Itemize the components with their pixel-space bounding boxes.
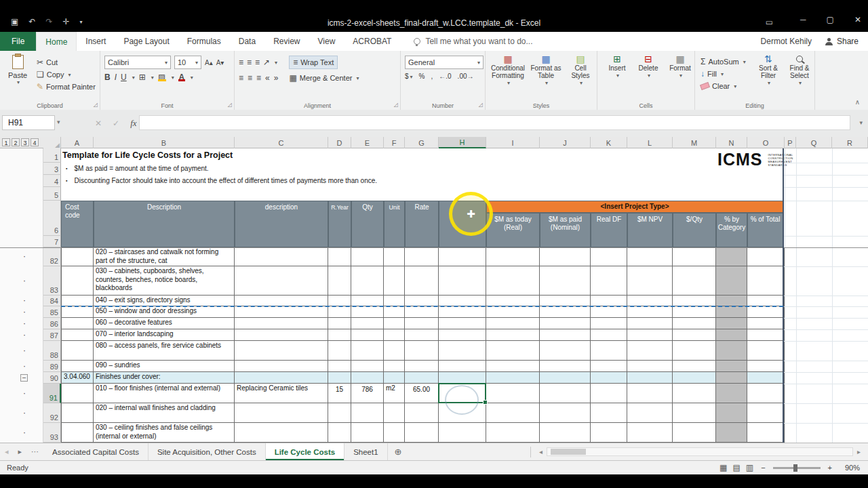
fill-dropdown-icon[interactable]: ▾	[721, 71, 724, 77]
header-cell-m-as-today[interactable]: $M as today (Real)	[486, 213, 540, 247]
cell-K92[interactable]	[591, 403, 627, 423]
number-dialog-launcher[interactable]: ◿	[479, 102, 483, 108]
font-name-dropdown-icon[interactable]: ▾	[165, 60, 167, 66]
cell-F87[interactable]	[384, 329, 405, 341]
cell-A83[interactable]	[61, 266, 94, 296]
paste-dropdown-icon[interactable]: ▾	[17, 79, 20, 85]
outline-level-4[interactable]: 4	[31, 138, 39, 146]
cell-C89[interactable]	[235, 361, 328, 372]
cell-M91[interactable]	[673, 384, 716, 403]
cut-button[interactable]: ✂ Cut	[37, 57, 58, 68]
cell-H88[interactable]	[439, 341, 486, 361]
column-header-M[interactable]: M	[673, 137, 716, 148]
enter-check-icon[interactable]: ✓	[113, 119, 119, 128]
page-break-view-icon[interactable]: ▥	[746, 463, 753, 472]
cell-A85[interactable]	[61, 306, 94, 318]
cell-H93[interactable]	[439, 423, 486, 443]
tab-page-layout[interactable]: Page Layout	[115, 32, 178, 51]
cell-D93[interactable]	[328, 423, 351, 443]
cell-A91[interactable]	[61, 384, 94, 403]
cell-D83[interactable]	[328, 266, 351, 296]
sheet-nav-right-icon[interactable]: ▸	[14, 443, 27, 460]
column-header-R[interactable]: R	[832, 137, 868, 148]
tell-me-box[interactable]: Tell me what you want to do...	[414, 32, 532, 51]
header-cell-unit[interactable]: Unit	[384, 201, 405, 247]
cell-E85[interactable]	[351, 306, 384, 318]
cell-H89[interactable]	[439, 361, 486, 372]
font-size-dropdown-icon[interactable]: ▾	[195, 60, 198, 66]
cell-J86[interactable]	[540, 318, 591, 329]
cell-F91[interactable]: m2	[384, 384, 405, 403]
cell-E82[interactable]	[351, 247, 384, 266]
sheet-nav-left-icon[interactable]: ◂	[0, 443, 14, 460]
cell-A82[interactable]	[61, 247, 94, 266]
cell-D82[interactable]	[328, 247, 351, 266]
cell-F88[interactable]	[384, 341, 405, 361]
cell-E93[interactable]	[351, 423, 384, 443]
cell-C83[interactable]	[235, 266, 328, 296]
orientation-icon[interactable]: ↗	[263, 58, 270, 67]
header-cell-m-as-paid[interactable]: $M as paid (Nominal)	[540, 213, 591, 247]
zoom-slider[interactable]	[773, 467, 821, 469]
header-cell-description2[interactable]: description	[235, 201, 328, 247]
percent-style-icon[interactable]: %	[419, 73, 425, 80]
row-header-88[interactable]: 88	[43, 341, 61, 361]
cell-K88[interactable]	[591, 341, 627, 361]
increase-decimal-icon[interactable]: ←.0	[439, 73, 451, 80]
cell-H82[interactable]	[439, 247, 486, 266]
cell-I89[interactable]	[486, 361, 540, 372]
cell-O93[interactable]	[747, 423, 785, 443]
cell-J82[interactable]	[540, 247, 591, 266]
cell-F92[interactable]	[384, 403, 405, 423]
outline-level-2[interactable]: 2	[12, 138, 20, 146]
cell-C90[interactable]	[235, 372, 328, 384]
header-cell-qty[interactable]: Qty	[351, 201, 384, 247]
cell-L88[interactable]	[627, 341, 673, 361]
cell-G88[interactable]	[405, 341, 439, 361]
cell-J83[interactable]	[540, 266, 591, 296]
undo-icon[interactable]: ↶	[28, 17, 35, 26]
cell-A89[interactable]	[61, 361, 94, 372]
display-settings-icon[interactable]: ▭	[766, 18, 773, 27]
cell-B83[interactable]: 030 – cabinets, cupboards, shelves, coun…	[94, 266, 235, 296]
cell-I92[interactable]	[486, 403, 540, 423]
cell-I83[interactable]	[486, 266, 540, 296]
cell-N93[interactable]	[716, 423, 747, 443]
row-header-92[interactable]: 92	[43, 403, 61, 423]
cell-A88[interactable]	[61, 341, 94, 361]
cell-G90[interactable]	[405, 372, 439, 384]
fill-color-dropdown-icon[interactable]: ▾	[172, 75, 174, 81]
cell-D88[interactable]	[328, 341, 351, 361]
clear-dropdown-icon[interactable]: ▾	[734, 83, 736, 89]
cell-M89[interactable]	[673, 361, 716, 372]
row-header-3[interactable]: 3	[43, 163, 61, 175]
sort-dropdown-icon[interactable]: ▾	[768, 79, 770, 87]
sheet-tab-list-icon[interactable]: ⋯	[26, 443, 43, 460]
cell-L83[interactable]	[627, 266, 673, 296]
cell-G91[interactable]: 65.00	[405, 384, 439, 403]
cell-H85[interactable]	[439, 306, 486, 318]
cell-A84[interactable]	[61, 296, 94, 306]
cell-M86[interactable]	[673, 318, 716, 329]
cell-N83[interactable]	[716, 266, 747, 296]
cell-E89[interactable]	[351, 361, 384, 372]
conditional-dropdown-icon[interactable]: ▾	[507, 79, 510, 87]
horizontal-scrollbar-thumb[interactable]	[551, 449, 586, 455]
cell-K90[interactable]	[591, 372, 627, 384]
merge-center-button[interactable]: ▦ Merge & Center ▾	[289, 73, 359, 83]
cell-H86[interactable]	[439, 318, 486, 329]
cell-M90[interactable]	[673, 372, 716, 384]
cell-J91[interactable]	[540, 384, 591, 403]
borders-dropdown-icon[interactable]: ▾	[151, 75, 154, 81]
align-left-icon[interactable]: ≡	[239, 73, 243, 83]
cell-I82[interactable]	[486, 247, 540, 266]
zoom-slider-thumb[interactable]	[793, 464, 797, 472]
column-header-J[interactable]: J	[540, 137, 591, 148]
zoom-out-icon[interactable]: −	[761, 464, 765, 472]
cell-H83[interactable]	[439, 266, 486, 296]
row-header-5[interactable]: 5	[43, 187, 61, 201]
font-dialog-launcher[interactable]: ◿	[228, 102, 232, 108]
italic-button[interactable]: I	[115, 73, 117, 82]
cell-N90[interactable]	[716, 372, 747, 384]
cell-J84[interactable]	[540, 296, 591, 306]
